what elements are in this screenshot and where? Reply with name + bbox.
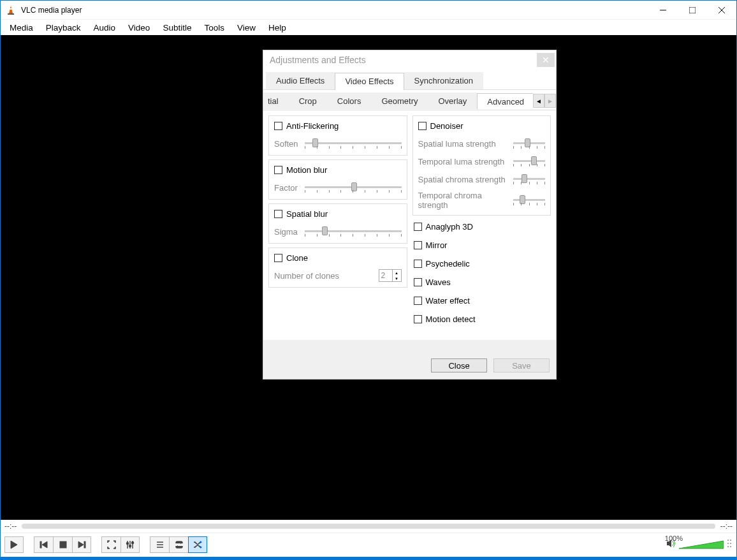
menu-playback[interactable]: Playback [40, 21, 87, 34]
denoiser-group: Denoiser Spatial luma strength Temporal … [412, 115, 551, 216]
motion-detect-checkbox[interactable] [414, 315, 422, 323]
spinner-down-icon[interactable]: ▼ [392, 276, 401, 281]
subtab-advanced[interactable]: Advanced [477, 93, 533, 109]
menu-video[interactable]: Video [122, 21, 156, 34]
mirror-label: Mirror [426, 240, 448, 250]
anti-flickering-checkbox[interactable] [274, 122, 282, 130]
water-effect-checkbox[interactable] [414, 297, 422, 305]
spatial-blur-checkbox[interactable] [274, 210, 282, 218]
dialog-close-button[interactable]: ✕ [537, 53, 555, 67]
spatial-blur-label: Spatial blur [286, 209, 328, 219]
subtab-crop[interactable]: Crop [289, 92, 327, 109]
spinner-up-icon[interactable]: ▲ [392, 270, 401, 276]
tab-audio-effects[interactable]: Audio Effects [266, 72, 335, 89]
factor-slider[interactable] [305, 181, 402, 194]
dialog-titlebar[interactable]: Adjustments and Effects ✕ [263, 50, 556, 70]
menu-audio[interactable]: Audio [87, 21, 122, 34]
number-of-clones-value: 2 [379, 270, 392, 281]
play-button[interactable] [4, 536, 24, 553]
menu-subtitle[interactable]: Subtitle [156, 21, 198, 34]
subtab-essential-truncated[interactable]: tial [263, 92, 289, 109]
clone-label: Clone [286, 253, 308, 263]
clone-checkbox[interactable] [274, 254, 282, 262]
spatial-chroma-slider[interactable] [513, 173, 545, 186]
svg-point-30 [727, 543, 729, 544]
menu-view[interactable]: View [231, 21, 262, 34]
player-controls: 100% [1, 533, 736, 556]
anaglyph-3d-label: Anaglyph 3D [426, 222, 473, 232]
svg-marker-24 [200, 541, 202, 543]
spatial-luma-label: Spatial luma strength [418, 139, 509, 149]
subtab-scroll-left[interactable]: ◄ [533, 94, 544, 108]
number-of-clones-label: Number of clones [274, 271, 374, 281]
svg-point-17 [129, 545, 131, 547]
temporal-luma-label: Temporal luma strength [418, 157, 509, 166]
subtab-colors[interactable]: Colors [327, 92, 372, 109]
subtab-overlay[interactable]: Overlay [428, 92, 477, 109]
psychedelic-checkbox[interactable] [414, 260, 422, 268]
temporal-chroma-label: Temporal chroma strength [418, 191, 509, 210]
window-maximize-button[interactable] [678, 1, 707, 20]
soften-slider[interactable] [305, 137, 402, 150]
video-canvas: Adjustments and Effects ✕ Audio Effects … [1, 35, 736, 520]
window-close-button[interactable] [707, 1, 736, 20]
svg-point-18 [132, 542, 134, 543]
temporal-luma-slider[interactable] [513, 155, 545, 168]
denoiser-checkbox[interactable] [418, 122, 427, 130]
window-minimize-button[interactable] [648, 1, 678, 20]
soften-label: Soften [274, 139, 300, 149]
shuffle-button[interactable] [188, 536, 207, 553]
clone-group: Clone Number of clones 2 ▲▼ [268, 247, 407, 288]
spatial-luma-slider[interactable] [513, 137, 545, 150]
tab-video-effects[interactable]: Video Effects [335, 73, 404, 90]
menu-media[interactable]: Media [3, 21, 40, 34]
dialog-save-button[interactable]: Save [493, 358, 550, 372]
window-titlebar: VLC media player [1, 1, 736, 20]
subtab-scroll-right[interactable]: ► [544, 94, 556, 108]
svg-marker-27 [679, 541, 724, 549]
extended-settings-button[interactable] [120, 536, 140, 553]
time-elapsed: --:-- [4, 522, 17, 531]
volume-slider[interactable] [679, 540, 724, 550]
seek-slider[interactable] [22, 524, 715, 529]
dialog-title: Adjustments and Effects [270, 55, 537, 65]
previous-button[interactable] [34, 536, 53, 553]
menu-help[interactable]: Help [262, 21, 293, 34]
svg-point-33 [730, 546, 731, 547]
svg-marker-11 [78, 542, 84, 548]
svg-point-32 [727, 546, 729, 547]
sigma-slider[interactable] [305, 225, 402, 238]
advanced-panel: Anti-Flickering Soften Motion blur [263, 110, 556, 340]
sigma-label: Sigma [274, 227, 300, 237]
subtab-geometry[interactable]: Geometry [371, 92, 428, 109]
waves-checkbox[interactable] [414, 278, 422, 286]
next-button[interactable] [72, 536, 91, 553]
svg-point-16 [127, 542, 129, 544]
tab-synchronization[interactable]: Synchronization [404, 72, 484, 89]
temporal-chroma-slider[interactable] [513, 194, 545, 207]
number-of-clones-spinner[interactable]: 2 ▲▼ [379, 269, 402, 282]
spatial-chroma-label: Spatial chroma strength [418, 175, 509, 184]
motion-blur-label: Motion blur [286, 165, 327, 175]
mirror-checkbox[interactable] [414, 241, 422, 249]
playlist-button[interactable] [150, 536, 169, 553]
motion-detect-label: Motion detect [426, 314, 476, 324]
volume-percent: 100% [665, 534, 683, 542]
fullscreen-button[interactable] [101, 536, 120, 553]
motion-blur-group: Motion blur Factor [268, 159, 407, 200]
window-bottom-border [1, 557, 736, 559]
volume-max-icon[interactable] [726, 538, 733, 551]
loop-button[interactable] [169, 536, 188, 553]
anti-flickering-label: Anti-Flickering [286, 121, 339, 131]
anaglyph-3d-checkbox[interactable] [414, 223, 422, 231]
svg-point-31 [730, 543, 731, 544]
dialog-close-action-button[interactable]: Close [431, 358, 487, 372]
stop-button[interactable] [53, 536, 72, 553]
svg-marker-7 [11, 541, 17, 549]
menu-tools[interactable]: Tools [198, 21, 231, 34]
svg-rect-8 [40, 542, 41, 548]
motion-blur-checkbox[interactable] [274, 166, 282, 174]
psychedelic-label: Psychedelic [426, 259, 470, 269]
water-effect-label: Water effect [426, 296, 470, 306]
time-total: --:-- [720, 522, 733, 531]
